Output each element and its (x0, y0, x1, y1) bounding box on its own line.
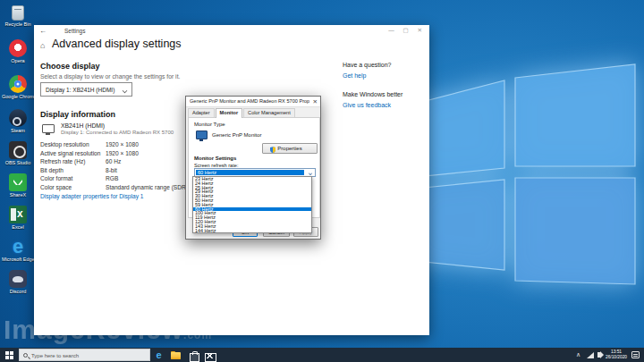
info-label: Refresh rate (Hz) (40, 158, 86, 164)
search-icon (23, 353, 28, 358)
home-icon: ⌂ (40, 41, 45, 50)
chevron-down-icon (309, 172, 312, 175)
taskbar-search[interactable]: Type here to search (19, 349, 150, 361)
desktop-icon-steam[interactable]: Steam (2, 109, 34, 143)
edge-icon: e (9, 238, 27, 256)
get-help-link[interactable]: Get help (343, 72, 366, 79)
desktop-icon-label: Google Chrome (2, 94, 34, 99)
desktop-icon-discord[interactable]: Discord (2, 270, 34, 304)
monitor-type-heading: Monitor Type (194, 122, 225, 127)
desktop-icon-label: ShareX (2, 192, 34, 198)
excel-icon (9, 206, 27, 223)
page-title: Advanced display settings (52, 38, 182, 50)
choose-display-caption: Select a display to view or change the s… (40, 73, 180, 80)
display-select-dropdown[interactable]: Display 1: XB241H (HDMI) (40, 82, 132, 97)
monitor-connection: Display 1: Connected to AMD Radeon RX 57… (61, 130, 174, 135)
info-value: Standard dynamic range (SDR) (106, 184, 188, 190)
info-value: 1920 × 1080 (106, 150, 139, 156)
have-a-question-heading: Have a question? (343, 62, 391, 68)
taskbar: Type here to search e ∧ 13:51 26/10/2020 (0, 348, 644, 362)
clock-date: 26/10/2020 (605, 355, 628, 360)
info-value: 60 Hz (106, 158, 121, 164)
monitor-type-name: Generic PnP Monitor (212, 132, 262, 138)
rate-option[interactable]: 144 Hertz (193, 229, 311, 233)
display-select-value: Display 1: XB241H (HDMI) (46, 87, 114, 93)
desktop-icon-label: Discord (2, 289, 34, 294)
desktop-icon-chrome[interactable]: Google Chrome (2, 75, 34, 109)
close-icon[interactable]: ✕ (313, 98, 318, 105)
chevron-down-icon (123, 88, 128, 94)
back-arrow-icon[interactable]: ← (39, 27, 47, 35)
settings-titlebar: ← Settings — ▢ ✕ (34, 25, 429, 38)
info-label: Active signal resolution (40, 150, 100, 156)
discord-icon (9, 270, 27, 288)
volume-icon[interactable] (597, 352, 601, 358)
monitor-properties-dialog: Generic PnP Monitor and AMD Radeon RX 57… (185, 96, 321, 240)
info-value: 8-bit (106, 167, 117, 173)
info-label: Color format (40, 175, 72, 181)
taskbar-edge-icon[interactable]: e (154, 350, 164, 360)
display-information-heading: Display information (40, 110, 115, 119)
desktop-icon-label: Steam (2, 128, 34, 133)
action-center-icon[interactable] (631, 351, 640, 358)
taskbar-file-explorer-icon[interactable] (171, 350, 181, 360)
desktop-icon-label: Opera (2, 58, 34, 63)
info-label: Color space (40, 184, 72, 190)
network-icon[interactable] (587, 352, 594, 358)
window-controls[interactable]: — ▢ ✕ (388, 27, 426, 34)
obs-icon (9, 141, 27, 159)
refresh-rate-selected: 60 Hertz (196, 170, 304, 175)
taskbar-mail-icon[interactable] (205, 350, 215, 360)
give-feedback-link[interactable]: Give us feedback (343, 102, 391, 108)
hidden-icons-chevron[interactable]: ∧ (576, 351, 580, 358)
desktop-icon-label: OBS Studio (2, 160, 34, 165)
settings-window-title: Settings (64, 28, 86, 34)
uac-shield-icon (270, 147, 275, 153)
steam-icon (9, 109, 27, 127)
display-adapter-properties-link[interactable]: Display adapter properties for Display 1 (40, 193, 143, 199)
recycle-bin-icon (12, 5, 24, 21)
info-label: Desktop resolution (40, 141, 89, 147)
desktop: Recycle Bin Opera Google Chrome Steam OB… (0, 0, 644, 362)
desktop-icon-edge[interactable]: e Microsoft Edge (2, 238, 34, 272)
start-button[interactable] (5, 351, 13, 359)
taskbar-store-icon[interactable] (189, 350, 199, 360)
info-value: 1920 × 1080 (106, 141, 139, 147)
dialog-titlebar: Generic PnP Monitor and AMD Radeon RX 57… (186, 97, 320, 107)
desktop-icon-label: Recycle Bin (2, 21, 34, 27)
monitor-icon (196, 130, 208, 139)
search-placeholder: Type here to search (31, 353, 79, 358)
desktop-icon-sharex[interactable]: ShareX (2, 173, 34, 207)
sharex-icon (9, 173, 27, 191)
make-windows-better-heading: Make Windows better (343, 91, 402, 97)
info-label: Bit depth (40, 167, 64, 173)
taskbar-clock[interactable]: 13:51 26/10/2020 (605, 349, 628, 360)
monitor-settings-heading: Monitor Settings (194, 156, 236, 161)
properties-button[interactable]: Properties (262, 143, 318, 154)
opera-icon (9, 39, 27, 57)
refresh-rate-list: 23 Hertz 24 Hertz 25 Hertz 29 Hertz 30 H… (192, 176, 312, 233)
monitor-icon (42, 124, 55, 133)
windows-logo-wallpaper (404, 61, 644, 304)
desktop-icon-recycle-bin[interactable]: Recycle Bin (2, 4, 34, 38)
dialog-title: Generic PnP Monitor and AMD Radeon RX 57… (190, 98, 309, 104)
desktop-icon-obs[interactable]: OBS Studio (2, 141, 34, 175)
desktop-icon-label: Excel (2, 224, 34, 230)
tab-monitor[interactable]: Monitor (216, 108, 243, 118)
info-value: RGB (106, 175, 118, 181)
monitor-name: XB241H (HDMI) (61, 122, 105, 129)
choose-display-heading: Choose display (40, 62, 100, 71)
desktop-icon-opera[interactable]: Opera (2, 39, 34, 73)
chrome-icon (9, 75, 27, 93)
